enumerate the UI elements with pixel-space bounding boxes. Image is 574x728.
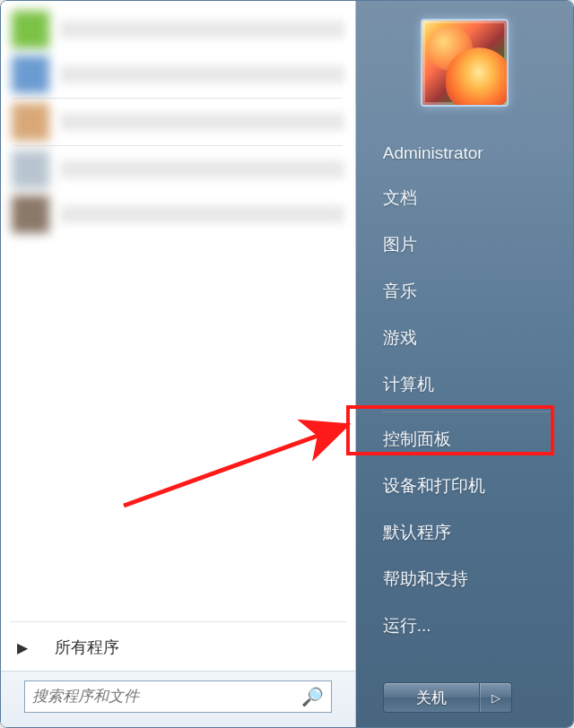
all-programs-label: 所有程序 [55, 637, 119, 658]
app-label-blurred [60, 205, 344, 223]
help-support-link[interactable]: 帮助和支持 [356, 556, 573, 602]
pinned-programs-list [1, 1, 355, 620]
arrow-right-icon: ▶ [17, 639, 28, 656]
app-icon [12, 103, 49, 141]
app-icon [12, 56, 49, 93]
search-input[interactable] [32, 688, 301, 706]
program-item[interactable] [4, 148, 352, 191]
programs-panel: ▶ 所有程序 🔍 [1, 1, 356, 727]
app-icon [12, 195, 49, 233]
run-link[interactable]: 运行... [356, 602, 573, 649]
computer-link[interactable]: 计算机 [356, 361, 573, 408]
search-area: 🔍 [1, 671, 355, 727]
shutdown-options-button[interactable]: ▷ [480, 682, 512, 713]
pictures-link[interactable]: 图片 [356, 221, 573, 268]
app-label-blurred [60, 21, 344, 39]
user-picture[interactable] [421, 19, 509, 107]
devices-printers-link[interactable]: 设备和打印机 [356, 463, 573, 509]
shutdown-area: 关机 ▷ [356, 672, 573, 727]
shutdown-button[interactable]: 关机 [383, 682, 480, 713]
control-panel-link[interactable]: 控制面板 [356, 416, 573, 463]
separator [10, 621, 346, 622]
program-item[interactable] [4, 100, 352, 143]
games-link[interactable]: 游戏 [356, 315, 573, 361]
app-icon [12, 151, 49, 188]
separator [13, 98, 343, 99]
system-links-list: Administrator 文档 图片 音乐 游戏 计算机 控制面板 设备和打印… [356, 116, 573, 649]
search-icon: 🔍 [301, 686, 324, 707]
default-programs-link[interactable]: 默认程序 [356, 509, 573, 556]
program-item[interactable] [4, 8, 352, 51]
chevron-right-icon: ▷ [491, 691, 500, 705]
program-item[interactable] [4, 193, 352, 236]
separator [381, 412, 555, 412]
search-box[interactable]: 🔍 [24, 680, 332, 713]
user-name-link[interactable]: Administrator [356, 132, 573, 175]
music-link[interactable]: 音乐 [356, 268, 573, 315]
program-item[interactable] [4, 53, 352, 96]
start-menu: ▶ 所有程序 🔍 Administrator 文档 图片 音乐 游戏 计算机 控… [0, 0, 574, 728]
app-label-blurred [60, 65, 344, 83]
app-label-blurred [60, 160, 344, 178]
separator [13, 145, 343, 146]
app-icon [12, 11, 49, 48]
documents-link[interactable]: 文档 [356, 175, 573, 221]
system-links-panel: Administrator 文档 图片 音乐 游戏 计算机 控制面板 设备和打印… [356, 1, 573, 727]
app-label-blurred [60, 113, 344, 131]
all-programs-button[interactable]: ▶ 所有程序 [1, 624, 355, 671]
user-picture-frame [356, 1, 573, 116]
